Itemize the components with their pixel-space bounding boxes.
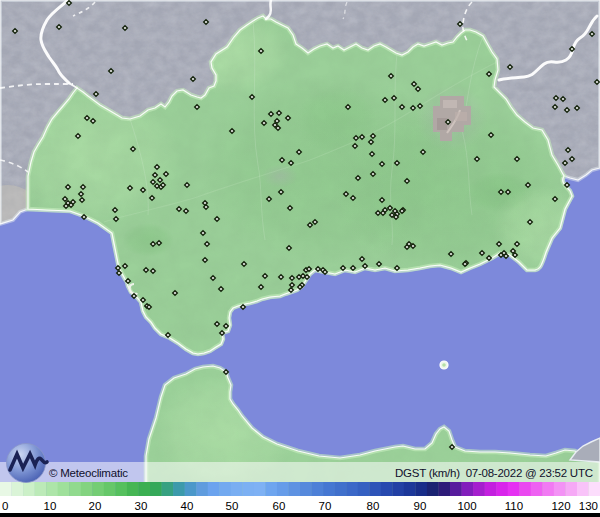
svg-text:0: 0 (2, 500, 8, 512)
svg-text:130: 130 (579, 500, 598, 512)
svg-text:120: 120 (551, 500, 570, 512)
svg-text:20: 20 (89, 500, 102, 512)
svg-text:50: 50 (226, 500, 239, 512)
svg-text:40: 40 (181, 500, 194, 512)
svg-text:100: 100 (457, 500, 476, 512)
svg-text:30: 30 (135, 500, 148, 512)
svg-text:10: 10 (44, 500, 57, 512)
svg-text:© Meteoclimatic: © Meteoclimatic (49, 467, 128, 479)
svg-text:110: 110 (505, 500, 523, 512)
svg-text:90: 90 (414, 500, 427, 512)
svg-text:DGST (km/h) 07-08-2022 @ 23:5: DGST (km/h) 07-08-2022 @ 23:52 UTC (395, 467, 593, 479)
svg-text:80: 80 (367, 500, 380, 512)
svg-text:70: 70 (319, 500, 332, 512)
svg-text:60: 60 (273, 500, 286, 512)
